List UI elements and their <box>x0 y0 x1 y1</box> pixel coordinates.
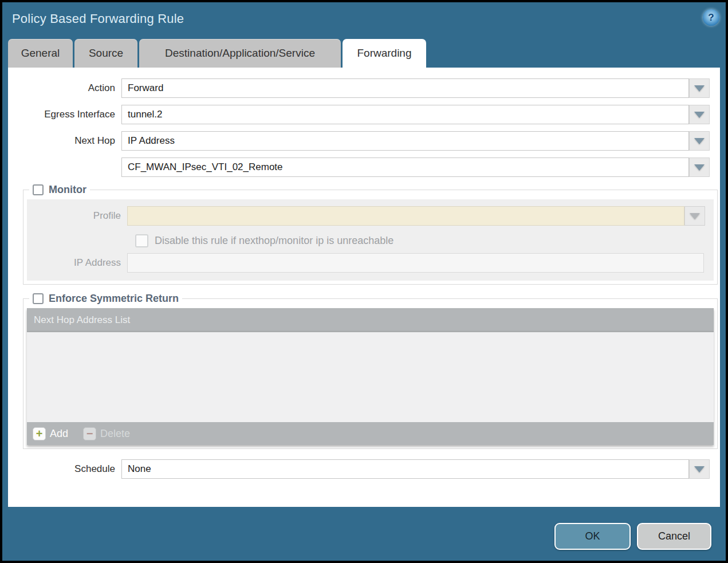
profile-dropdown-button <box>684 206 705 226</box>
next-hop-address-dropdown-button[interactable] <box>689 158 710 177</box>
add-button-label: Add <box>50 428 68 440</box>
chevron-down-icon <box>694 112 705 118</box>
schedule-row: Schedule None <box>8 459 720 479</box>
disable-rule-row: Disable this rule if nexthop/monitor ip … <box>135 233 714 249</box>
add-button[interactable]: + Add <box>33 427 68 440</box>
dialog-title: Policy Based Forwarding Rule <box>12 11 184 26</box>
monitor-panel: Profile Disable this rule if nexthop/mon… <box>27 199 714 281</box>
action-dropdown-button[interactable] <box>689 78 710 98</box>
egress-interface-dropdown-button[interactable] <box>689 105 710 124</box>
dialog-window: Policy Based Forwarding Rule ? General S… <box>0 0 728 563</box>
tab-bar: General Source Destination/Application/S… <box>8 39 426 68</box>
chevron-down-icon <box>694 138 705 144</box>
action-label: Action <box>8 82 121 94</box>
delete-button: − Delete <box>83 427 130 440</box>
next-hop-type-dropdown-button[interactable] <box>689 131 710 151</box>
monitor-checkbox[interactable] <box>33 184 44 195</box>
cancel-button[interactable]: Cancel <box>637 523 711 550</box>
minus-icon: − <box>83 427 96 440</box>
action-row: Action Forward <box>8 78 720 98</box>
enforce-symmetric-return-legend: Enforce Symmetric Return <box>29 293 182 305</box>
next-hop-address-list-toolbar: + Add − Delete <box>27 422 714 445</box>
ip-address-label: IP Address <box>27 257 127 269</box>
profile-input <box>127 206 684 226</box>
next-hop-address-input[interactable]: CF_MWAN_IPsec_VTI_02_Remote <box>121 158 689 177</box>
chevron-down-icon <box>690 213 700 219</box>
disable-rule-label: Disable this rule if nexthop/monitor ip … <box>155 235 393 247</box>
chevron-down-icon <box>694 85 705 92</box>
next-hop-address-row: CF_MWAN_IPsec_VTI_02_Remote <box>8 158 720 177</box>
next-hop-row: Next Hop IP Address <box>8 131 720 151</box>
disable-rule-checkbox <box>135 234 148 247</box>
plus-icon: + <box>33 427 46 440</box>
forwarding-tab-panel: Action Forward Egress Interface tunnel.2… <box>8 68 720 507</box>
tab-source[interactable]: Source <box>74 39 137 68</box>
enforce-symmetric-return-label: Enforce Symmetric Return <box>49 293 179 305</box>
next-hop-address-list-table: Next Hop Address List + Add − Delete <box>27 308 714 445</box>
tab-destination-application-service[interactable]: Destination/Application/Service <box>139 39 341 68</box>
enforce-symmetric-return-section: Enforce Symmetric Return Next Hop Addres… <box>23 293 718 449</box>
action-input[interactable]: Forward <box>121 78 689 98</box>
next-hop-type-input[interactable]: IP Address <box>121 131 689 151</box>
egress-interface-row: Egress Interface tunnel.2 <box>8 105 720 124</box>
chevron-down-icon <box>694 466 705 473</box>
next-hop-address-list-body[interactable] <box>27 332 714 422</box>
egress-interface-label: Egress Interface <box>8 109 121 120</box>
schedule-label: Schedule <box>8 463 121 475</box>
profile-label: Profile <box>27 210 127 222</box>
profile-row: Profile <box>27 206 714 226</box>
egress-interface-input[interactable]: tunnel.2 <box>121 105 689 124</box>
monitor-section: Monitor Profile Disable this rule if nex… <box>23 184 718 285</box>
schedule-input[interactable]: None <box>121 459 689 479</box>
monitor-legend: Monitor <box>29 184 90 196</box>
schedule-dropdown-button[interactable] <box>689 459 710 479</box>
tab-forwarding[interactable]: Forwarding <box>343 39 426 68</box>
help-icon[interactable]: ? <box>703 9 719 26</box>
ip-address-input <box>127 253 704 273</box>
monitor-ip-address-row: IP Address <box>27 253 714 273</box>
tab-general[interactable]: General <box>8 39 73 68</box>
enforce-symmetric-return-checkbox[interactable] <box>33 293 44 304</box>
ok-button[interactable]: OK <box>554 523 631 550</box>
delete-button-label: Delete <box>100 428 130 440</box>
next-hop-address-list-header: Next Hop Address List <box>27 308 714 332</box>
monitor-label: Monitor <box>49 184 86 196</box>
chevron-down-icon <box>694 164 705 171</box>
next-hop-label: Next Hop <box>8 135 121 147</box>
